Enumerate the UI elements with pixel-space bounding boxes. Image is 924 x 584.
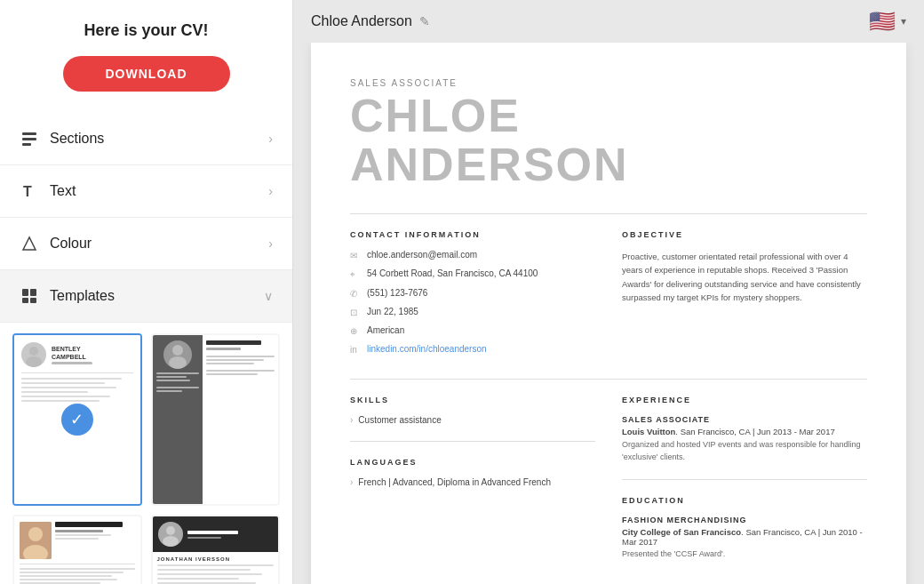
sections-icon: [20, 129, 39, 148]
text-icon: T: [20, 181, 39, 201]
svg-point-17: [163, 536, 179, 547]
contact-email: ✉ chloe.anderson@email.com: [350, 250, 595, 260]
svg-point-14: [28, 527, 43, 541]
svg-rect-0: [22, 132, 36, 135]
cv-left-col: SKILLS › Customer assistance LANGUAGES ›…: [350, 396, 595, 571]
templates-label: Templates: [50, 288, 115, 304]
exp-edu-divider: [622, 479, 867, 480]
svg-point-16: [166, 526, 175, 535]
objective-text: Proactive, customer orientated retail pr…: [622, 250, 867, 304]
sidebar: Here is your CV! DOWNLOAD Sections › T: [0, 0, 293, 584]
cv-objective-col: OBJECTIVE Proactive, customer orientated…: [622, 230, 867, 363]
template-thumb-1[interactable]: BENTLEY CAMPBELL ✓: [12, 333, 142, 506]
cv-skills-experience: SKILLS › Customer assistance LANGUAGES ›…: [350, 396, 867, 571]
text-label: Text: [50, 183, 76, 199]
cv-contact-objective: CONTACT INFORMATION ✉ chloe.anderson@ema…: [350, 230, 867, 363]
cv-preview-wrap: Sales Associate CHLOE ANDERSON CONTACT I…: [293, 43, 924, 584]
exp-desc-1: Organized and hosted VIP events and was …: [622, 439, 867, 463]
edu-degree-1: FASHION MERCHANDISING: [622, 516, 867, 524]
svg-rect-1: [22, 138, 36, 140]
templates-icon: [20, 286, 39, 306]
svg-rect-8: [30, 298, 36, 303]
main-panel: Chloe Anderson ✎ 🇺🇸 ▾ Sales Associate CH…: [293, 0, 924, 584]
svg-marker-4: [23, 237, 36, 250]
contact-dob: ⊡ Jun 22, 1985: [350, 307, 595, 317]
svg-point-10: [26, 356, 42, 367]
cv-name-text: Chloe Anderson: [311, 13, 412, 29]
contact-phone: ✆ (551) 123-7676: [350, 288, 595, 299]
cv-right-col: EXPERIENCE SALES ASSOCIATE Louis Vuitton…: [622, 396, 867, 571]
sidebar-item-text[interactable]: T Text ›: [0, 165, 292, 218]
flag-emoji: 🇺🇸: [869, 9, 896, 34]
lang-bullet-icon: ›: [350, 477, 353, 487]
bullet-arrow-icon: ›: [350, 415, 353, 425]
cv-header: Sales Associate CHLOE ANDERSON: [350, 78, 867, 188]
templates-chevron: ∨: [264, 289, 273, 303]
exp-job-1: SALES ASSOCIATE Louis Vuitton. San Franc…: [622, 415, 867, 463]
flag-selector[interactable]: 🇺🇸 ▾: [869, 9, 906, 34]
education-section-title: EDUCATION: [622, 496, 867, 505]
cv-name-area: Chloe Anderson ✎: [311, 13, 430, 29]
edit-icon[interactable]: ✎: [419, 14, 430, 28]
svg-rect-7: [22, 298, 28, 303]
cv-subtitle: Sales Associate: [350, 78, 867, 88]
svg-rect-5: [22, 289, 28, 296]
svg-point-11: [172, 345, 183, 356]
languages-section-title: LANGUAGES: [350, 458, 595, 467]
templates-grid: BENTLEY CAMPBELL ✓: [0, 323, 292, 584]
experience-section-title: EXPERIENCE: [622, 396, 867, 404]
cv-contact-col: CONTACT INFORMATION ✉ chloe.anderson@ema…: [350, 230, 595, 363]
nationality-icon: ⊕: [350, 326, 361, 336]
email-icon: ✉: [350, 251, 361, 260]
top-bar: Chloe Anderson ✎ 🇺🇸 ▾: [293, 0, 924, 43]
sidebar-item-templates[interactable]: Templates ∨: [0, 270, 292, 323]
sections-chevron: ›: [268, 132, 273, 146]
template-thumb-3[interactable]: [12, 515, 142, 584]
svg-point-12: [169, 356, 187, 369]
flag-chevron-icon: ▾: [901, 15, 906, 28]
sidebar-item-sections[interactable]: Sections ›: [0, 113, 292, 165]
svg-rect-2: [22, 143, 31, 146]
colour-chevron: ›: [268, 236, 273, 251]
svg-text:T: T: [23, 184, 32, 199]
skills-section-title: SKILLS: [350, 396, 595, 404]
edu-entry-1: FASHION MERCHANDISING City College of Sa…: [622, 516, 867, 558]
sidebar-title: Here is your CV!: [84, 21, 208, 40]
contact-linkedin: in linkedin.com/in/chloeanderson: [350, 344, 595, 355]
sidebar-item-colour[interactable]: Colour ›: [0, 218, 292, 270]
contact-section-title: CONTACT INFORMATION: [350, 230, 595, 239]
sections-label: Sections: [50, 131, 104, 147]
contact-nationality: ⊕ American: [350, 325, 595, 336]
template-thumb-4[interactable]: JONATHAN IVERSSON: [151, 515, 281, 584]
linkedin-icon: in: [350, 345, 361, 355]
phone-icon: ✆: [350, 289, 361, 299]
objective-section-title: OBJECTIVE: [622, 230, 867, 239]
edu-school-1: City College of San Francisco. San Franc…: [622, 527, 867, 547]
colour-label: Colour: [50, 236, 92, 252]
cv-header-divider: [350, 213, 867, 214]
svg-rect-6: [30, 289, 36, 296]
cv-mid-divider: [350, 379, 867, 380]
colour-icon: [20, 234, 39, 253]
edu-desc-1: Presented the 'CCSF Award'.: [622, 549, 867, 558]
template-selected-check: ✓: [61, 404, 93, 436]
svg-point-9: [29, 347, 38, 356]
download-button[interactable]: DOWNLOAD: [63, 56, 230, 92]
calendar-icon: ⊡: [350, 308, 361, 317]
cv-main-name: CHLOE ANDERSON: [350, 92, 867, 188]
text-chevron: ›: [268, 184, 273, 198]
exp-company-1: Louis Vuitton. San Francisco, CA | Jun 2…: [622, 427, 867, 436]
exp-job-title-1: SALES ASSOCIATE: [622, 415, 867, 424]
languages-item-1: › French | Advanced, Diploma in Advanced…: [350, 477, 595, 487]
template1-avatar: [21, 342, 46, 367]
contact-address: ⌖ 54 Corbett Road, San Francisco, CA 441…: [350, 268, 595, 280]
template-thumb-2[interactable]: [151, 333, 281, 506]
skills-item-1: › Customer assistance: [350, 415, 595, 425]
location-icon: ⌖: [350, 269, 361, 280]
cv-paper: Sales Associate CHLOE ANDERSON CONTACT I…: [311, 43, 906, 584]
skills-divider: [350, 441, 595, 442]
